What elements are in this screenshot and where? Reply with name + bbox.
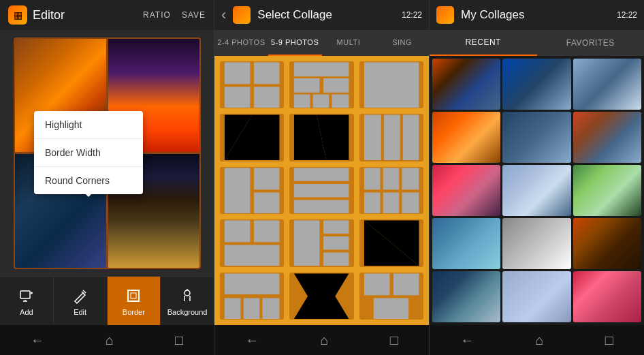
tab-favorites[interactable]: FAVORITES (537, 30, 645, 56)
select-back-nav[interactable]: ← (245, 333, 259, 348)
collage-thumb-2[interactable] (502, 59, 570, 110)
collages-title: My Collages (461, 8, 525, 22)
template-4[interactable] (220, 114, 284, 161)
toolbar-edit-label: Edit (74, 308, 86, 316)
svg-rect-32 (294, 168, 349, 181)
toolbar-border[interactable]: Border (108, 277, 161, 325)
collages-recents-nav[interactable]: □ (605, 333, 613, 348)
select-home-nav[interactable]: ⌂ (320, 333, 328, 348)
toolbar-edit[interactable]: Edit (54, 277, 108, 325)
svg-rect-42 (254, 221, 279, 243)
svg-rect-34 (294, 200, 349, 213)
collage-thumb-13[interactable] (432, 271, 500, 322)
collages-home-nav[interactable]: ⌂ (535, 333, 543, 348)
svg-rect-57 (393, 273, 419, 295)
svg-rect-41 (225, 221, 250, 243)
template-3[interactable] (359, 61, 423, 108)
collage-thumb-9[interactable] (573, 165, 641, 216)
editor-header-left: ▦ Editor (8, 5, 65, 25)
toolbar-background[interactable]: Background (161, 277, 214, 325)
svg-rect-50 (225, 273, 280, 294)
template-2[interactable] (289, 61, 353, 108)
template-1[interactable] (220, 61, 284, 108)
template-11[interactable] (289, 219, 353, 266)
status-right: 12:22 (402, 10, 422, 20)
popup-border-width[interactable]: Border Width (34, 139, 143, 167)
template-8[interactable] (289, 167, 353, 214)
popup-highlight[interactable]: Highlight (34, 111, 143, 139)
svg-rect-18 (294, 95, 310, 108)
collage-thumb-14[interactable] (502, 271, 570, 322)
svg-rect-26 (364, 115, 381, 161)
collage-thumb-5[interactable] (502, 112, 570, 163)
collages-time: 12:22 (617, 10, 637, 20)
select-tabs-row: 2-4 PHOTOS 5-9 PHOTOS MULTI SING (214, 30, 429, 56)
select-header: ‹ Select Collage 12:22 (214, 0, 429, 30)
tab-multi[interactable]: MULTI (322, 30, 376, 56)
tab-sing[interactable]: SING (375, 30, 429, 56)
template-12[interactable] (359, 219, 423, 266)
svg-rect-44 (294, 221, 319, 266)
collages-status-right: 12:22 (617, 10, 637, 20)
select-back-btn[interactable]: ‹ (221, 6, 226, 24)
collage-thumb-12[interactable] (573, 218, 641, 269)
collage-thumb-11[interactable] (502, 218, 570, 269)
collage-thumb-7[interactable] (432, 165, 500, 216)
template-14[interactable] (289, 273, 353, 320)
editor-title: Editor (33, 8, 65, 22)
collages-header: My Collages 12:22 (430, 0, 644, 30)
template-7[interactable] (220, 167, 284, 214)
template-10[interactable] (220, 219, 284, 266)
svg-rect-53 (262, 298, 279, 319)
select-recents-nav[interactable]: □ (390, 333, 398, 348)
tab-recent[interactable]: RECENT (430, 30, 537, 56)
save-button[interactable]: SAVE (182, 10, 206, 20)
collages-back-nav[interactable]: ← (460, 333, 474, 348)
tab-2-4-photos[interactable]: 2-4 PHOTOS (214, 30, 268, 56)
collage-thumb-3[interactable] (573, 59, 641, 110)
collage-thumb-6[interactable] (573, 112, 641, 163)
popup-round-corners[interactable]: Round Corners (34, 167, 143, 194)
back-nav-btn[interactable]: ← (31, 333, 44, 348)
editor-toolbar: Add Edit Border Background (0, 276, 214, 325)
template-15[interactable] (359, 273, 423, 320)
svg-rect-15 (294, 62, 349, 76)
toolbar-add[interactable]: Add (0, 277, 54, 325)
svg-point-7 (184, 290, 190, 296)
collage-templates-grid (214, 56, 429, 325)
svg-rect-29 (225, 168, 250, 213)
recents-nav-btn[interactable]: □ (175, 333, 183, 348)
app-icon: ▦ (8, 5, 27, 25)
collage-thumb-8[interactable] (502, 165, 570, 216)
select-time: 12:22 (402, 10, 422, 20)
svg-rect-6 (131, 293, 136, 298)
template-13[interactable] (220, 273, 284, 320)
template-5[interactable] (289, 114, 353, 161)
svg-rect-28 (402, 115, 419, 161)
collage-thumb-1[interactable] (432, 59, 500, 110)
collages-thumbnail-grid (430, 56, 644, 325)
svg-rect-19 (313, 95, 329, 108)
svg-rect-39 (383, 192, 399, 213)
editor-header: ▦ Editor RATIO SAVE (0, 0, 214, 30)
collages-app-icon (436, 6, 454, 24)
template-6[interactable] (359, 114, 423, 161)
collages-nav-bar: ← ⌂ □ (430, 325, 644, 355)
svg-rect-58 (373, 298, 408, 319)
ratio-button[interactable]: RATIO (143, 10, 171, 20)
add-icon (17, 286, 36, 305)
svg-rect-27 (384, 115, 400, 161)
svg-rect-0 (20, 291, 30, 298)
svg-rect-12 (254, 62, 279, 84)
collage-thumb-15[interactable] (573, 271, 641, 322)
svg-rect-45 (323, 221, 349, 234)
select-app-icon (233, 6, 251, 24)
tab-5-9-photos[interactable]: 5-9 PHOTOS (268, 30, 322, 56)
template-9[interactable] (359, 167, 423, 214)
collage-thumb-4[interactable] (432, 112, 500, 163)
home-nav-btn[interactable]: ⌂ (106, 333, 114, 348)
svg-rect-40 (402, 192, 419, 213)
collage-thumb-10[interactable] (432, 218, 500, 269)
svg-rect-38 (364, 192, 381, 213)
svg-rect-37 (402, 168, 419, 189)
